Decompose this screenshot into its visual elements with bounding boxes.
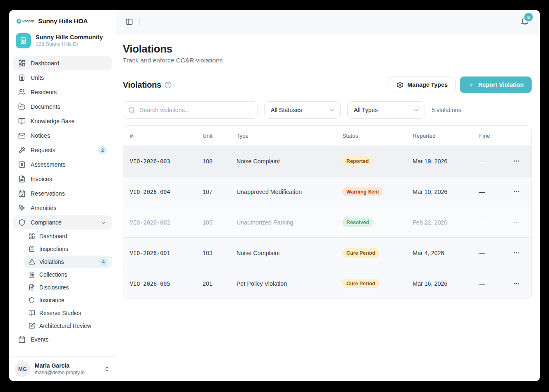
row-menu-button[interactable] xyxy=(511,218,521,227)
col-type: Type xyxy=(236,133,342,139)
propty-logo: Propty xyxy=(17,19,34,24)
brand: Propty Sunny Hills HOA xyxy=(9,10,116,29)
status-filter-select[interactable]: All Statuses xyxy=(264,101,341,119)
sidebar-item-reservations[interactable]: Reservations xyxy=(13,186,112,201)
col-fine: Fine xyxy=(479,133,511,139)
dollar-square-icon xyxy=(18,161,26,168)
violation-id: VIO-2026-002 xyxy=(130,219,203,226)
notifications-button[interactable]: 6 xyxy=(518,15,531,28)
table-row[interactable]: VIO-2026-001 103 Noise Complaint Cure Pe… xyxy=(123,238,531,268)
book-open-icon xyxy=(29,310,35,316)
sidebar-item-events[interactable]: Events xyxy=(13,332,112,347)
sidebar-item-disclosures-sub[interactable]: Disclosures xyxy=(24,281,112,294)
violation-unit: 107 xyxy=(203,189,236,195)
file-text-icon xyxy=(29,284,35,291)
violation-reported: Mar 19, 2026 xyxy=(413,158,479,165)
page-subtitle: Track and enforce CC&R violations xyxy=(123,57,532,64)
col-number: # xyxy=(130,133,203,139)
search-input[interactable] xyxy=(139,106,252,114)
row-menu-button[interactable] xyxy=(511,156,521,166)
violation-unit: 108 xyxy=(203,158,236,165)
sidebar-toggle-icon[interactable] xyxy=(123,15,135,28)
row-menu-button[interactable] xyxy=(511,187,521,197)
sidebar-item-residents[interactable]: Residents xyxy=(13,85,112,99)
report-violation-button[interactable]: Report Violation xyxy=(460,76,532,93)
section-title-wrap: Violations xyxy=(123,80,172,90)
sidebar-item-insurance-sub[interactable]: Insurance xyxy=(24,294,112,306)
community-address: 123 Sunny Hills Dr xyxy=(36,41,103,48)
gear-icon xyxy=(396,81,403,88)
sidebar: Propty Sunny Hills HOA Sunny Hills Commu… xyxy=(9,10,116,381)
violation-unit: 201 xyxy=(203,280,236,287)
sidebar-item-requests[interactable]: Requests 2 xyxy=(13,143,112,157)
search-input-wrap xyxy=(123,101,258,119)
violation-unit: 103 xyxy=(203,250,236,256)
avatar: MG xyxy=(15,361,30,377)
violation-type: Noise Complaint xyxy=(236,158,342,165)
manage-types-button[interactable]: Manage Types xyxy=(389,76,455,93)
more-horizontal-icon xyxy=(513,158,520,165)
sidebar-item-assessments[interactable]: Assessments xyxy=(13,158,112,172)
violation-type: Pet Policy Violation xyxy=(236,280,342,287)
more-horizontal-icon xyxy=(513,188,520,195)
violations-table: # Unit Type Status Reported Fine VIO-202… xyxy=(123,125,532,299)
sidebar-item-knowledge-base[interactable]: Knowledge Base xyxy=(13,114,112,128)
sidebar-item-dashboard-sub[interactable]: Dashboard xyxy=(24,230,112,242)
mail-icon xyxy=(18,132,26,139)
violation-fine: — xyxy=(479,219,511,226)
table-row[interactable]: VIO-2026-003 108 Noise Complaint Reporte… xyxy=(123,146,531,177)
more-horizontal-icon xyxy=(513,219,520,226)
calendar-check-icon xyxy=(18,190,26,197)
sidebar-item-compliance[interactable]: Compliance xyxy=(13,215,112,229)
sidebar-item-dashboard[interactable]: Dashboard xyxy=(13,56,112,70)
sidebar-item-invoices[interactable]: Invoices xyxy=(13,172,112,186)
sidebar-item-units[interactable]: Units xyxy=(13,71,112,85)
help-icon[interactable] xyxy=(165,81,172,88)
file-text-icon xyxy=(18,175,26,183)
main-area: 6 Violations Track and enforce CC&R viol… xyxy=(116,10,540,381)
violation-unit: 105 xyxy=(203,219,236,226)
workspace-title: Sunny Hills HOA xyxy=(38,17,88,25)
sidebar-item-violations-sub[interactable]: Violations 4 xyxy=(24,256,112,268)
sidebar-item-architectural-review-sub[interactable]: Architectural Review xyxy=(24,320,112,332)
more-horizontal-icon xyxy=(513,249,520,256)
table-row[interactable]: VIO-2026-005 201 Pet Policy Violation Cu… xyxy=(123,268,531,299)
sidebar-item-collections-sub[interactable]: Collections xyxy=(24,268,112,281)
violation-fine: — xyxy=(479,250,511,256)
count-badge: 4 xyxy=(99,258,107,266)
violation-type: Noise Complaint xyxy=(236,250,342,256)
propty-logo-icon xyxy=(17,19,21,24)
sidebar-nav: Dashboard Units Residents Documents Know… xyxy=(9,54,116,356)
sidebar-item-amenities[interactable]: Amenities xyxy=(13,201,112,215)
table-row[interactable]: VIO-2026-002 105 Unauthorized Parking Re… xyxy=(123,207,531,238)
community-name: Sunny Hills Community xyxy=(36,33,103,41)
layout-dashboard-icon xyxy=(29,233,35,239)
col-reported: Reported xyxy=(413,133,479,139)
more-horizontal-icon xyxy=(513,280,520,287)
chevrons-up-down-icon xyxy=(104,366,110,372)
violation-fine: — xyxy=(479,189,511,195)
row-menu-button[interactable] xyxy=(511,279,521,289)
sidebar-item-inspections-sub[interactable]: Inspections xyxy=(24,243,112,255)
wrench-icon xyxy=(18,146,26,154)
sidebar-item-notices[interactable]: Notices xyxy=(13,129,112,143)
table-body: VIO-2026-003 108 Noise Complaint Reporte… xyxy=(123,146,531,299)
violation-id: VIO-2026-004 xyxy=(130,189,203,195)
type-filter-select[interactable]: All Types xyxy=(347,101,425,119)
sidebar-item-documents[interactable]: Documents xyxy=(13,100,112,114)
folder-open-icon xyxy=(18,103,26,110)
results-count: 5 violations xyxy=(432,107,461,113)
user-name: Maria Garcia xyxy=(35,362,99,369)
app-window: Propty Sunny Hills HOA Sunny Hills Commu… xyxy=(9,10,540,381)
pen-square-icon xyxy=(29,323,35,329)
table-row[interactable]: VIO-2026-004 107 Unapproved Modification… xyxy=(123,177,531,207)
landmark-icon xyxy=(29,271,35,278)
book-open-icon xyxy=(18,117,26,125)
user-menu[interactable]: MG Maria Garcia maria@demo.propty.io xyxy=(9,356,116,381)
row-menu-button[interactable] xyxy=(511,248,521,258)
sidebar-item-reserve-studies-sub[interactable]: Reserve Studies xyxy=(24,307,112,319)
chevron-down-icon xyxy=(413,107,419,113)
community-selector[interactable]: Sunny Hills Community 123 Sunny Hills Dr xyxy=(9,29,116,54)
violation-reported: Mar 10, 2026 xyxy=(413,189,479,195)
count-badge: 2 xyxy=(98,146,107,154)
